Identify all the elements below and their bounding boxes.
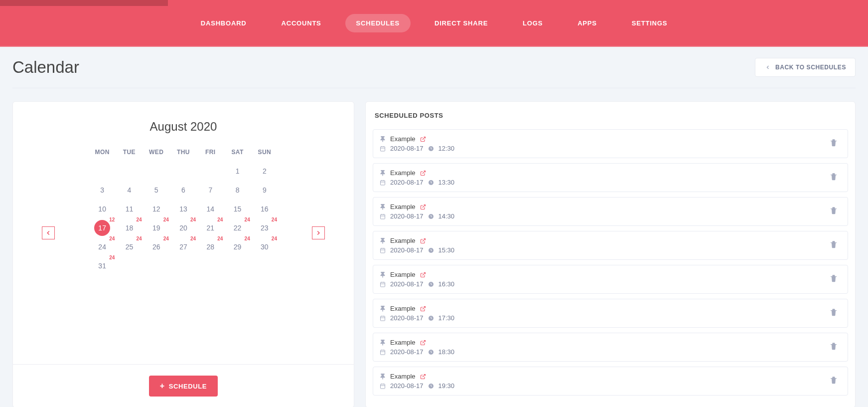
calendar-day-number: 2 (263, 167, 267, 175)
calendar-day[interactable]: 1712 (89, 218, 116, 237)
post-time: 17:30 (438, 314, 455, 322)
calendar-next-button[interactable] (312, 226, 325, 239)
calendar-day[interactable]: 1924 (143, 218, 170, 237)
calendar-day[interactable]: 2724 (170, 237, 197, 256)
calendar-day[interactable]: 3024 (251, 237, 278, 256)
calendar-dow: FRI (197, 149, 224, 162)
external-link-icon[interactable] (420, 237, 427, 244)
nav-item-logs[interactable]: LOGS (512, 14, 554, 32)
scheduled-post-item[interactable]: Example2020-08-1717:30 (373, 299, 848, 328)
nav-item-direct-share[interactable]: DIRECT SHARE (424, 14, 499, 32)
delete-post-button[interactable] (826, 270, 842, 288)
calendar-day[interactable]: 10 (89, 200, 116, 218)
calendar-day[interactable]: 2024 (170, 218, 197, 237)
schedule-button-label: SCHEDULE (169, 383, 207, 390)
clock-icon (428, 247, 434, 254)
nav-item-settings[interactable]: SETTINGS (621, 14, 678, 32)
nav-item-apps[interactable]: APPS (567, 14, 608, 32)
pin-icon (379, 204, 386, 210)
delete-post-button[interactable] (826, 135, 842, 153)
delete-post-button[interactable] (826, 203, 842, 220)
calendar-day-badge: 24 (245, 236, 250, 241)
external-link-icon[interactable] (420, 339, 427, 346)
calendar-day[interactable]: 9 (251, 181, 278, 200)
delete-post-button[interactable] (826, 372, 842, 390)
calendar-day[interactable]: 3124 (89, 256, 116, 275)
calendar-day[interactable]: 2624 (143, 237, 170, 256)
nav-item-accounts[interactable]: ACCOUNTS (271, 14, 332, 32)
calendar-day[interactable]: 2324 (251, 218, 278, 237)
calendar-day[interactable]: 1824 (116, 218, 143, 237)
external-link-icon[interactable] (420, 204, 427, 210)
post-title: Example (390, 339, 416, 346)
calendar-dow: SAT (224, 149, 251, 162)
calendar-day-badge: 24 (190, 217, 196, 222)
calendar-prev-button[interactable] (42, 226, 55, 239)
calendar-day[interactable]: 2424 (89, 237, 116, 256)
post-date: 2020-08-17 (390, 348, 424, 356)
calendar-day-number: 23 (261, 224, 269, 232)
scheduled-post-item[interactable]: Example2020-08-1716:30 (373, 265, 848, 294)
delete-post-button[interactable] (826, 236, 842, 254)
calendar-day-badge: 24 (136, 236, 142, 241)
scheduled-post-item[interactable]: Example2020-08-1714:30 (373, 197, 848, 226)
calendar-day-number: 3 (100, 186, 104, 194)
calendar-day[interactable]: 6 (170, 181, 197, 200)
calendar-day[interactable]: 13 (170, 200, 197, 218)
svg-line-42 (423, 374, 426, 377)
calendar-day-badge: 24 (109, 255, 115, 260)
post-title: Example (390, 373, 416, 380)
calendar-day[interactable]: 8 (224, 181, 251, 200)
external-link-icon[interactable] (420, 170, 427, 177)
calendar-day-number: 14 (206, 205, 214, 213)
pin-icon (379, 136, 386, 143)
pin-icon (379, 271, 386, 278)
calendar-day-number: 20 (179, 224, 187, 232)
calendar-day[interactable]: 7 (197, 181, 224, 200)
scheduled-posts-list[interactable]: Example2020-08-1712:30Example2020-08-171… (366, 129, 855, 407)
svg-rect-43 (381, 384, 385, 389)
calendar-day[interactable]: 2 (251, 162, 278, 181)
calendar-day-number: 31 (98, 262, 106, 270)
scheduled-post-item[interactable]: Example2020-08-1712:30 (373, 129, 848, 158)
calendar-day[interactable]: 15 (224, 200, 251, 218)
svg-line-24 (423, 272, 426, 275)
calendar-day[interactable]: 16 (251, 200, 278, 218)
calendar-day[interactable]: 14 (197, 200, 224, 218)
calendar-day-number: 8 (236, 186, 240, 194)
calendar-day[interactable]: 2524 (116, 237, 143, 256)
calendar-day[interactable]: 2924 (224, 237, 251, 256)
plus-icon: + (160, 382, 165, 391)
external-link-icon[interactable] (420, 271, 427, 278)
post-title: Example (390, 135, 416, 143)
external-link-icon[interactable] (420, 305, 427, 312)
schedule-button[interactable]: + SCHEDULE (149, 376, 218, 397)
calendar-dow: THU (170, 149, 197, 162)
nav-item-schedules[interactable]: SCHEDULES (345, 14, 411, 32)
calendar-day[interactable]: 2824 (197, 237, 224, 256)
calendar-day[interactable]: 1 (224, 162, 251, 181)
post-date: 2020-08-17 (390, 280, 424, 288)
scheduled-post-item[interactable]: Example2020-08-1715:30 (373, 231, 848, 260)
nav-item-dashboard[interactable]: DASHBOARD (190, 14, 258, 32)
post-date: 2020-08-17 (390, 179, 424, 186)
scheduled-post-item[interactable]: Example2020-08-1718:30 (373, 333, 848, 362)
page-title: Calendar (12, 58, 79, 77)
delete-post-button[interactable] (826, 304, 842, 322)
external-link-icon[interactable] (420, 373, 427, 380)
back-to-schedules-button[interactable]: BACK TO SCHEDULES (755, 58, 856, 77)
post-time: 18:30 (438, 348, 455, 356)
delete-post-button[interactable] (826, 169, 842, 187)
calendar-day[interactable]: 2224 (224, 218, 251, 237)
scheduled-post-item[interactable]: Example2020-08-1713:30 (373, 163, 848, 192)
delete-post-button[interactable] (826, 338, 842, 356)
calendar-dow: WED (143, 149, 170, 162)
calendar-day[interactable]: 2124 (197, 218, 224, 237)
scheduled-post-item[interactable]: Example2020-08-1719:30 (373, 367, 848, 396)
calendar-day[interactable]: 5 (143, 181, 170, 200)
calendar-day[interactable]: 12 (143, 200, 170, 218)
external-link-icon[interactable] (420, 136, 427, 143)
calendar-day[interactable]: 11 (116, 200, 143, 218)
calendar-day[interactable]: 3 (89, 181, 116, 200)
calendar-day[interactable]: 4 (116, 181, 143, 200)
